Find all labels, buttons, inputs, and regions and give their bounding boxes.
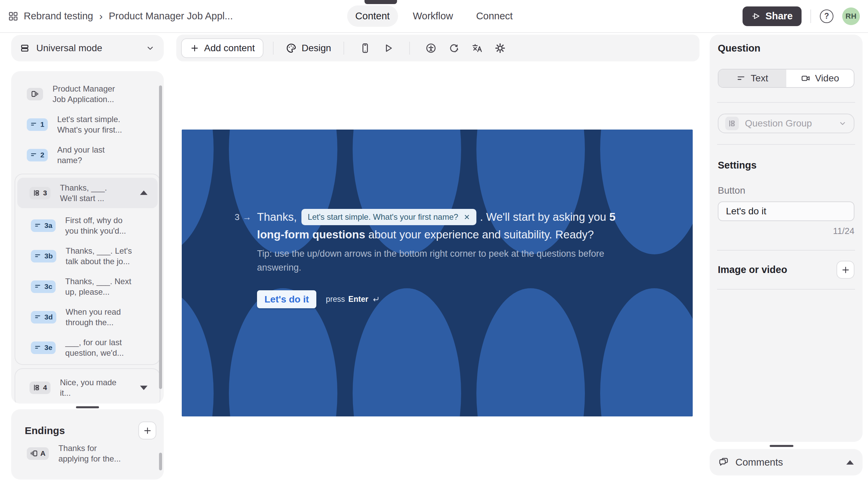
translate-icon <box>472 43 482 54</box>
plus-icon <box>143 426 152 435</box>
question-title-line2[interactable]: long-form questions about your experienc… <box>257 227 684 242</box>
accessibility-icon <box>426 43 436 54</box>
divider <box>717 102 855 103</box>
add-ending-button[interactable] <box>138 422 156 439</box>
endings-title: Endings <box>25 425 65 436</box>
sidebar-resize-handle[interactable] <box>76 406 99 408</box>
design-button[interactable]: Design <box>283 43 334 54</box>
toolbar-divider <box>409 42 410 55</box>
sidebar-item-3a[interactable]: 3aFirst off, why do you think you'd... <box>15 210 160 241</box>
button-text-input[interactable] <box>718 201 854 221</box>
item-badge: 4 <box>29 382 51 394</box>
short-text-icon <box>34 283 42 290</box>
sidebar-item-3e[interactable]: 3e___, for our last question, we'd... <box>15 332 160 363</box>
divider <box>717 250 855 251</box>
mode-label: Universal mode <box>36 43 102 54</box>
sidebar-item-ending-A[interactable]: AThanks for applying for the... <box>11 439 164 469</box>
tab-content[interactable]: Content <box>347 5 398 27</box>
form-preview-canvas[interactable]: 3→ Thanks, Let's start simple. What's yo… <box>182 130 693 416</box>
recall-chip[interactable]: Let's start simple. What's your first na… <box>301 209 476 225</box>
share-icon <box>751 12 761 21</box>
preview-button[interactable] <box>378 38 398 58</box>
translations-button[interactable] <box>467 38 487 58</box>
workspaces-grid-icon[interactable] <box>8 11 18 21</box>
accessibility-button[interactable] <box>421 38 441 58</box>
mode-selector[interactable]: Universal mode <box>11 35 164 61</box>
short-text-icon <box>30 121 38 128</box>
sidebar-item-2[interactable]: 2And your last name? <box>11 140 164 170</box>
tab-connect[interactable]: Connect <box>468 5 521 27</box>
settings-title: Settings <box>718 160 854 171</box>
ending-screen-icon <box>30 450 38 457</box>
plus-icon <box>190 43 199 53</box>
video-camera-icon <box>801 74 810 83</box>
sidebar-item-4[interactable]: 4Nice, you made it... <box>17 372 158 403</box>
chevron-down-icon <box>145 43 155 53</box>
breadcrumb-workspace[interactable]: Rebrand testing <box>24 11 93 22</box>
breadcrumb-form-title[interactable]: Product Manager Job Appl... <box>109 11 233 22</box>
short-text-icon <box>34 252 42 260</box>
comments-bar[interactable]: Comments <box>710 449 863 475</box>
question-group-4: 4Nice, you made it... <box>15 368 160 404</box>
short-text-icon <box>30 151 38 159</box>
sidebar-item-3d[interactable]: 3dWhen you read through the... <box>15 302 160 332</box>
question-description[interactable]: Tip: use the up/down arrows in the botto… <box>257 247 610 275</box>
add-media-button[interactable] <box>836 261 854 279</box>
short-text-icon <box>34 222 42 229</box>
short-text-icon <box>34 344 42 351</box>
breadcrumb: Rebrand testing › Product Manager Job Ap… <box>8 11 233 22</box>
add-content-button[interactable]: Add content <box>181 38 263 58</box>
question-number: 3→ <box>235 208 251 227</box>
plus-icon <box>841 265 850 275</box>
canvas-toolbar: Add content Design <box>176 35 699 61</box>
help-icon[interactable]: ? <box>820 9 833 23</box>
divider <box>717 289 855 290</box>
char-counter: 11/24 <box>718 226 854 236</box>
media-tab-video[interactable]: Video <box>786 70 854 87</box>
item-label: Product Manager Job Application... <box>53 83 120 104</box>
image-or-video-label: Image or video <box>718 264 787 275</box>
topbar-divider <box>810 9 811 23</box>
item-label: When you read through the... <box>66 307 134 328</box>
share-button[interactable]: Share <box>743 6 802 26</box>
comments-resize-handle[interactable] <box>770 445 793 447</box>
settings-button[interactable] <box>490 38 510 58</box>
endings-scrollbar[interactable] <box>159 453 162 470</box>
recall-information-button[interactable] <box>444 38 464 58</box>
sidebar-item-3c[interactable]: 3cThanks, ___. Next up, please... <box>15 271 160 302</box>
sidebar-item-3[interactable]: 3Thanks, ___. We'll start ... <box>17 178 158 208</box>
recall-chip-text: Let's start simple. What's your first na… <box>308 212 458 222</box>
avatar[interactable]: RH <box>842 7 860 25</box>
item-badge: 3 <box>29 187 51 199</box>
chevron-down-icon <box>838 119 847 128</box>
expand-comments-icon[interactable] <box>846 460 854 465</box>
item-badge: 2 <box>27 149 48 161</box>
comments-icon <box>718 457 729 467</box>
item-label: Thanks, ___. We'll start ... <box>60 182 123 203</box>
expand-group-icon[interactable] <box>140 386 147 390</box>
top-bar: Rebrand testing › Product Manager Job Ap… <box>0 0 868 33</box>
collapse-group-icon[interactable] <box>140 191 147 195</box>
form-cta-button[interactable]: Let's do it <box>257 290 316 308</box>
question-list-scrollbar[interactable] <box>159 85 162 389</box>
question-group-icon <box>33 384 40 391</box>
media-tab-text[interactable]: Text <box>718 70 786 87</box>
universal-mode-icon <box>20 43 29 53</box>
button-field-label: Button <box>718 185 854 196</box>
sidebar-item-3b[interactable]: 3bThanks, ___. Let's talk about the jo..… <box>15 241 160 271</box>
mobile-preview-button[interactable] <box>355 38 375 58</box>
divider <box>717 144 855 145</box>
question-group-select[interactable]: Question Group <box>718 114 854 133</box>
tab-workflow[interactable]: Workflow <box>405 5 461 27</box>
item-label: And your last name? <box>57 144 125 165</box>
question-list: Product Manager Job Application...1Let's… <box>11 71 164 404</box>
comments-label: Comments <box>735 457 783 468</box>
close-icon[interactable] <box>463 214 470 220</box>
toolbar-divider <box>273 42 274 55</box>
question-title-line1[interactable]: Thanks, Let's start simple. What's your … <box>257 208 684 227</box>
item-label: Thanks, ___. Let's talk about the jo... <box>66 246 134 267</box>
sidebar-item-welcome[interactable]: Product Manager Job Application... <box>11 79 164 109</box>
sidebar-item-1[interactable]: 1Let's start simple. What's your first..… <box>11 109 164 140</box>
question-group-3: 3Thanks, ___. We'll start ...3aFirst off… <box>15 174 160 365</box>
item-label: Thanks, ___. Next up, please... <box>65 276 133 297</box>
